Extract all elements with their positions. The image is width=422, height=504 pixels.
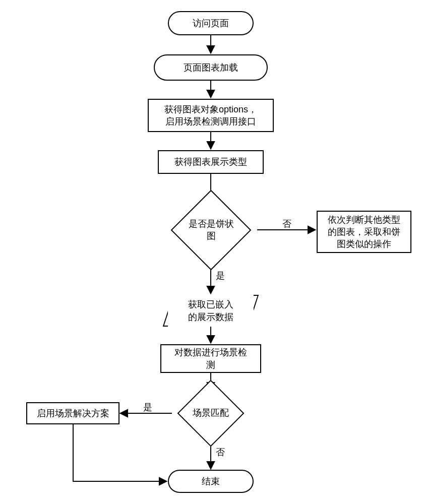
process-enable-scene-solution: 启用场景解决方案: [26, 402, 119, 424]
edge-label-no-2: 否: [216, 446, 225, 458]
node-label: 对数据进行场景检 测: [174, 346, 247, 371]
node-label: 获得图表展示类型: [174, 156, 247, 168]
terminator-load-charts: 页面图表加载: [154, 54, 268, 81]
flowchart-canvas: 访问页面 页面图表加载 获得图表对象options， 启用场景检测调用接口 获得…: [0, 0, 422, 504]
node-label: 访问页面: [193, 17, 229, 29]
terminator-start: 访问页面: [168, 11, 254, 35]
edge-label-yes-2: 是: [143, 401, 152, 413]
node-label: 结束: [202, 475, 220, 487]
node-label: 场景匹配: [193, 407, 229, 419]
decision-scene-match: 场景匹配: [177, 380, 245, 447]
node-label: 获取已嵌入 的展示数据: [188, 298, 233, 323]
decision-is-pie-chart: 是否是饼状图: [171, 190, 252, 271]
io-get-embedded-data: 获取已嵌入 的展示数据: [168, 295, 254, 327]
process-scene-detect: 对数据进行场景检 测: [160, 344, 261, 373]
node-label: 获得图表对象options， 启用场景检测调用接口: [164, 103, 257, 128]
node-label: 启用场景解决方案: [37, 407, 109, 419]
node-label: 页面图表加载: [184, 61, 238, 74]
node-label: 是否是饼状图: [186, 218, 236, 242]
process-get-display-type: 获得图表展示类型: [158, 150, 264, 174]
process-other-chart-types: 依次判断其他类型 的图表，采取和饼 图类似的操作: [317, 211, 411, 253]
terminator-end: 结束: [168, 470, 254, 493]
edge-label-yes-1: 是: [216, 270, 225, 282]
process-get-options: 获得图表对象options， 启用场景检测调用接口: [148, 99, 274, 132]
edge-label-no-1: 否: [282, 218, 291, 230]
node-label: 依次判断其他类型 的图表，采取和饼 图类似的操作: [328, 214, 400, 250]
